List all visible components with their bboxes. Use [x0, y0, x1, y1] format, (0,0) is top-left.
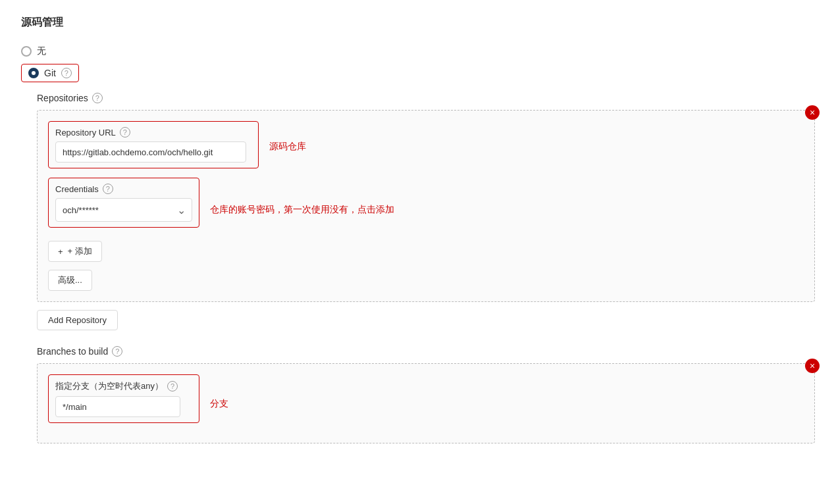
close-branch-button[interactable]: × [805, 359, 820, 373]
branch-help-icon[interactable]: ? [167, 381, 178, 391]
branches-help-icon[interactable]: ? [112, 346, 122, 357]
repositories-help-icon[interactable]: ? [92, 93, 103, 103]
annotation-branch: 分支 [210, 398, 228, 409]
branch-container: × 指定分支（为空时代表any） ? 分支 [37, 363, 815, 443]
add-button[interactable]: + + 添加 [48, 241, 102, 262]
branch-input[interactable] [55, 396, 180, 417]
radio-none-label: 无 [37, 45, 46, 57]
radio-git-label: Git [44, 68, 56, 78]
credentials-label: Credentials ? [55, 184, 192, 194]
repositories-label: Repositories ? [37, 93, 815, 103]
credentials-help-icon[interactable]: ? [103, 184, 113, 194]
git-help-icon[interactable]: ? [61, 68, 72, 78]
repository-container: × Repository URL ? 源码仓库 [37, 110, 815, 302]
advanced-button[interactable]: 高级... [48, 270, 92, 291]
branch-field-group: 指定分支（为空时代表any） ? 分支 [48, 374, 804, 423]
page-title: 源码管理 [21, 16, 815, 30]
close-repository-button[interactable]: × [805, 105, 820, 120]
radio-git-circle [28, 68, 39, 78]
branch-field-label: 指定分支（为空时代表any） ? [55, 380, 192, 392]
annotation-repo-url: 源码仓库 [269, 141, 306, 151]
repo-url-input[interactable] [55, 141, 246, 163]
credentials-group: Credentials ? och/****** ⌄ 仓库的账号密码，第一次使用… [48, 178, 804, 228]
branches-label: Branches to build ? [37, 346, 815, 357]
radio-none[interactable]: 无 [21, 45, 815, 57]
radio-none-circle [21, 46, 32, 57]
plus-icon: + [58, 247, 63, 257]
repo-url-help-icon[interactable]: ? [120, 127, 130, 138]
credentials-select[interactable]: och/****** [55, 198, 192, 222]
repository-url-group: Repository URL ? 源码仓库 [48, 121, 804, 168]
radio-git[interactable]: Git ? [21, 64, 79, 82]
repo-url-label: Repository URL ? [55, 127, 251, 138]
annotation-credentials: 仓库的账号密码，第一次使用没有，点击添加 [210, 204, 394, 214]
add-repository-button[interactable]: Add Repository [37, 310, 118, 330]
credentials-select-wrapper: och/****** ⌄ [55, 198, 192, 222]
